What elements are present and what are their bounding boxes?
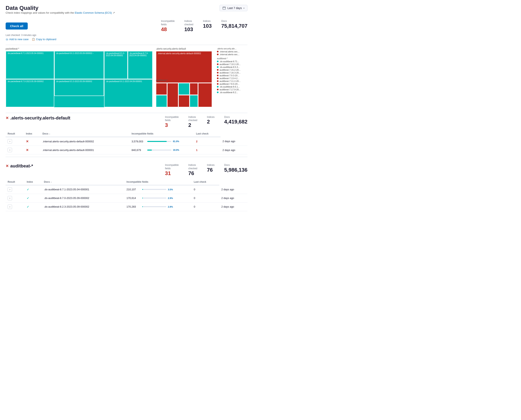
legend-dot-icon [217,80,219,82]
table-header-cell[interactable]: Index [24,131,40,137]
docs-count: 3,579,003 [132,140,146,143]
treemap-tile[interactable]: .ds-packetbeat-8.6.1-2023.05.09-000002 › [54,51,104,79]
table-row: ›✕.internal.alerts-security.alerts-defau… [6,146,248,154]
auditbeat-tile[interactable] [156,83,167,95]
action-links: 🗂 Add to new case 📋 Copy to clipboard [6,38,248,41]
calendar-icon [223,7,226,10]
group-stat-label: Indices [207,163,214,167]
table-header-cell[interactable]: Index [25,179,42,185]
auditbeat-tile[interactable] [198,83,212,107]
expand-button[interactable]: › [8,205,12,209]
incompatible-fields-value: 48 [161,26,175,32]
group-stat-item: Indices2 [207,115,214,128]
treemap-tile[interactable]: .ds-packetbeat-8.7.0-2023.04.09-000001 [128,51,153,79]
legend-auditbeat-items: .ds-auditbeat-8.71...auditbeat-7.10.2-20… [217,60,246,94]
expand-button[interactable]: › [8,187,12,192]
last-check-cell: 2 days ago [220,137,248,146]
auditbeat-tile[interactable] [156,95,167,107]
docs-pct: 81.0% [173,140,179,142]
auditbeat-tile[interactable] [190,95,198,107]
summary-stats: Incompatiblefields 48 Indiceschecked 103… [161,19,248,32]
group-header-auditbeat: ✕auditbeat-*Incompatiblefields31Indicesc… [6,163,248,176]
treemap-tile[interactable]: .ds-packetbeat-8.5.3-2023.05.09-000002 [54,79,104,96]
expand-button[interactable]: › [8,139,12,143]
docs-count: 170,614 [127,196,141,200]
treemap-tile[interactable]: .ds-packetbeat-8.6.1-2023.04.09-000001 [104,79,153,107]
last-check-cell: 2 days ago [219,194,248,202]
docs-pct: 3.5% [168,188,173,191]
table-header-cell[interactable]: Result [6,131,24,137]
legend-dot-icon [217,89,219,90]
treemap-tile[interactable]: .ds-packetbeat-8.7.0-2023.05.09-000002 [6,79,54,107]
table-row: ›✓.ds-auditbeat-8.7.0-2023.05.09-0000021… [6,194,248,202]
expand-button[interactable]: › [8,196,12,200]
group-stat-label: Indiceschecked [189,115,197,122]
alerts-treemap-tile[interactable]: .internal.alerts-security.alerts-default… [156,51,212,83]
legend-dot-icon [217,77,219,79]
group-stat-label: Indiceschecked [189,163,197,170]
group-stat-value: 76 [207,167,214,173]
divider-2 [6,113,248,113]
group-stat-item: Docs4,419,682 [224,115,248,128]
table-header-cell[interactable]: Incompatible fields [125,179,192,185]
table-header-cell[interactable]: Docs ↓ [40,131,129,137]
auditbeat-tile[interactable] [190,83,198,95]
legend-dot-icon [217,91,219,93]
group-stat-item: Docs5,986,136 [224,163,248,176]
table-header-cell[interactable]: Result [6,179,25,185]
indices-checked-value: 103 [184,26,193,32]
group-stats-auditbeat: Incompatiblefields31Indiceschecked76Indi… [165,163,248,176]
ok-result-icon: ✓ [27,205,29,208]
treemap-tile[interactable]: .ds-packetbeat-8.7.1-2023.05.04-000001 [6,51,54,79]
expand-button[interactable]: › [8,148,12,152]
date-picker[interactable]: Last 7 days ▾ [219,5,248,11]
auditbeat-tile[interactable] [178,95,190,107]
copy-to-clipboard-link[interactable]: 📋 Copy to clipboard [32,38,56,41]
table-header-cell[interactable]: Docs ↓ [42,179,125,185]
result-cell: ✓ [25,194,42,202]
add-to-case-link[interactable]: 🗂 Add to new case [6,38,29,41]
index-cell: .ds-auditbeat-8.7.0-2023.05.09-000002 [42,194,125,202]
group-stat-item: Incompatiblefields3 [165,115,179,128]
legend-item: auditbeat-7.11.2-20... [217,80,246,82]
last-check-cell: 2 days ago [220,146,248,154]
auditbeat-tile[interactable] [178,83,190,95]
treemap-tile[interactable]: .ds-packetbeat-8.5.3-2023.04.09-000001 [104,51,128,79]
expand-cell: › [6,146,24,154]
legend-item: .ds-auditbeat-8.6.1... [217,86,246,88]
ok-result-icon: ✓ [27,188,29,191]
result-cell: ✓ [25,185,42,194]
packetbeat-canvas[interactable]: .ds-packetbeat-8.7.1-2023.05.04-000001 .… [6,51,153,107]
group-stat-value: 76 [189,170,197,176]
expand-cell: › [6,137,24,146]
group-title-text: .alerts-security.alerts-default [10,115,70,121]
incompatible-count: 0 [194,196,195,200]
table-header-cell[interactable]: Last check [194,131,220,137]
ecs-link[interactable]: Elastic Common Schema (ECS) [75,11,112,14]
date-picker-label: Last 7 days [227,7,242,10]
alerts-treemap: .alerts-security.alerts-default .interna… [156,47,212,107]
incompatible-count: 0 [194,188,195,191]
docs-value: 75,814,707 [221,23,248,29]
legend-alerts-section: .alerts-security.ale... .internal.alerts… [217,47,246,56]
incompatible-fields-stat: Incompatiblefields 48 [161,19,175,32]
legend-dot-icon [217,86,219,88]
indices-checked-stat: Indiceschecked 103 [184,19,193,32]
alerts-canvas[interactable]: .internal.alerts-security.alerts-default… [156,51,212,107]
group-title-text: auditbeat-* [10,163,33,169]
check-all-button[interactable]: Check all [6,22,28,30]
auditbeat-treemap-section: auditbeat-* [156,83,212,107]
legend-item: auditbeat-7.8.0-20... [217,83,246,85]
table-header-cell[interactable]: Last check [192,179,219,185]
legend-item: .ds-auditbeat-8.2... [217,91,246,94]
error-icon: ✕ [6,164,9,168]
result-cell: ✓ [25,202,42,211]
error-result-icon: ✕ [26,148,29,152]
incompatible-fields-label: Incompatiblefields [161,19,175,26]
docs-label: Docs [221,19,248,23]
legend-alerts-title: .alerts-security.ale... [217,47,246,50]
table-row: ›✓.ds-auditbeat-8.7.1-2023.05.04-0000012… [6,185,248,194]
legend-item: .ds-auditbeat-8.71... [217,60,246,63]
auditbeat-tile[interactable] [167,83,178,107]
table-header-cell[interactable]: Incompatible fields [129,131,194,137]
